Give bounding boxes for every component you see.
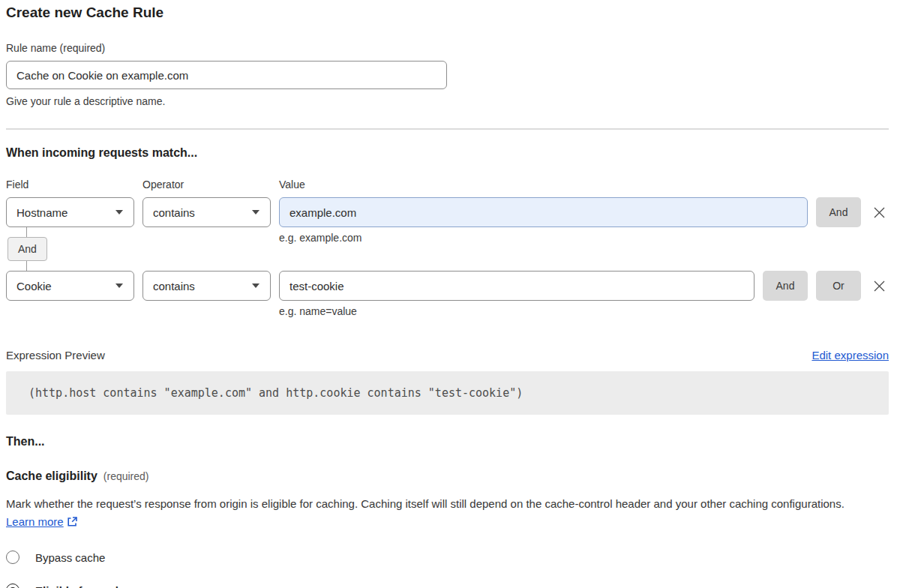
condition-row-2: Cookie contains And Or	[6, 271, 889, 301]
operator-select-2[interactable]: contains	[142, 271, 271, 301]
description-text: Mark whether the request’s response from…	[6, 497, 844, 510]
chevron-down-icon	[116, 284, 123, 288]
close-icon	[873, 280, 886, 292]
radio-selected-icon[interactable]	[6, 584, 20, 588]
value-hint-2: e.g. name=value	[279, 305, 889, 317]
value-hint-slot-1: e.g. example.com	[279, 227, 889, 271]
and-button-row-1[interactable]: And	[816, 197, 861, 227]
radio-label: Eligible for cache	[35, 584, 128, 588]
spacer	[142, 301, 271, 317]
required-note: (required)	[104, 470, 149, 482]
value-hint-slot-2: e.g. name=value	[279, 301, 889, 317]
expression-preview-label: Expression Preview	[6, 349, 105, 362]
external-link-icon	[67, 516, 78, 527]
operator-select-1-value: contains	[153, 206, 195, 219]
value-input-2[interactable]	[279, 271, 754, 301]
edit-expression-link[interactable]: Edit expression	[812, 349, 889, 362]
then-heading: Then...	[6, 435, 889, 448]
value-wrap-1	[279, 197, 808, 227]
value-input-1[interactable]	[279, 197, 808, 227]
field-select-2[interactable]: Cookie	[6, 271, 134, 301]
field-select-1[interactable]: Hostname	[6, 197, 134, 227]
field-select-1-value: Hostname	[16, 206, 68, 219]
rule-name-label: Rule name (required)	[6, 42, 889, 54]
operator-select-1[interactable]: contains	[142, 197, 271, 227]
radio-option-eligible-for-cache[interactable]: Eligible for cache	[6, 584, 889, 588]
section-divider	[6, 128, 889, 130]
value-hint-1: e.g. example.com	[279, 232, 889, 244]
page-title: Create new Cache Rule	[6, 4, 889, 21]
cache-eligibility-heading-row: Cache eligibility (required)	[6, 470, 889, 483]
connector-zone: And e.g. example.com	[6, 227, 889, 271]
chevron-down-icon	[252, 210, 260, 214]
field-select-2-value: Cookie	[16, 280, 52, 292]
value-hint-row-2: e.g. name=value	[6, 301, 889, 317]
spacer	[6, 301, 134, 317]
close-icon	[873, 206, 886, 219]
rule-name-input[interactable]	[6, 61, 447, 89]
cache-eligibility-options: Bypass cache Eligible for cache	[6, 550, 889, 588]
spacer	[142, 227, 271, 271]
match-heading: When incoming requests match...	[6, 146, 889, 160]
remove-condition-2-button[interactable]	[869, 271, 889, 301]
radio-unselected-icon[interactable]	[6, 550, 20, 564]
expression-header: Expression Preview Edit expression	[6, 349, 889, 362]
chevron-down-icon	[252, 284, 260, 288]
create-cache-rule-page: Create new Cache Rule Rule name (require…	[0, 0, 900, 588]
expression-preview-box: (http.host contains "example.com" and ht…	[6, 371, 889, 415]
and-button-row-2[interactable]: And	[763, 271, 808, 301]
radio-label: Bypass cache	[35, 551, 105, 564]
rule-name-group: Rule name (required) Give your rule a de…	[6, 42, 889, 107]
rule-name-helper: Give your rule a descriptive name.	[6, 95, 889, 107]
or-button-row-2[interactable]: Or	[816, 271, 861, 301]
chevron-down-icon	[116, 210, 123, 214]
cache-eligibility-description: Mark whether the request’s response from…	[6, 495, 876, 531]
condition-row-1: Hostname contains And	[6, 197, 889, 227]
remove-condition-1-button[interactable]	[869, 197, 889, 227]
connector-col: And	[6, 227, 134, 271]
operator-column-label: Operator	[142, 178, 271, 190]
field-column-label: Field	[6, 178, 134, 190]
learn-more-link[interactable]: Learn more	[6, 515, 64, 528]
value-column-label: Value	[279, 178, 889, 190]
builder-column-labels: Field Operator Value	[6, 178, 889, 190]
connector-and-chip[interactable]: And	[8, 237, 47, 261]
radio-option-bypass-cache[interactable]: Bypass cache	[6, 550, 889, 564]
value-wrap-2	[279, 271, 754, 301]
expression-code: (http.host contains "example.com" and ht…	[28, 386, 523, 400]
operator-select-2-value: contains	[153, 280, 195, 292]
cache-eligibility-heading: Cache eligibility	[6, 470, 98, 483]
